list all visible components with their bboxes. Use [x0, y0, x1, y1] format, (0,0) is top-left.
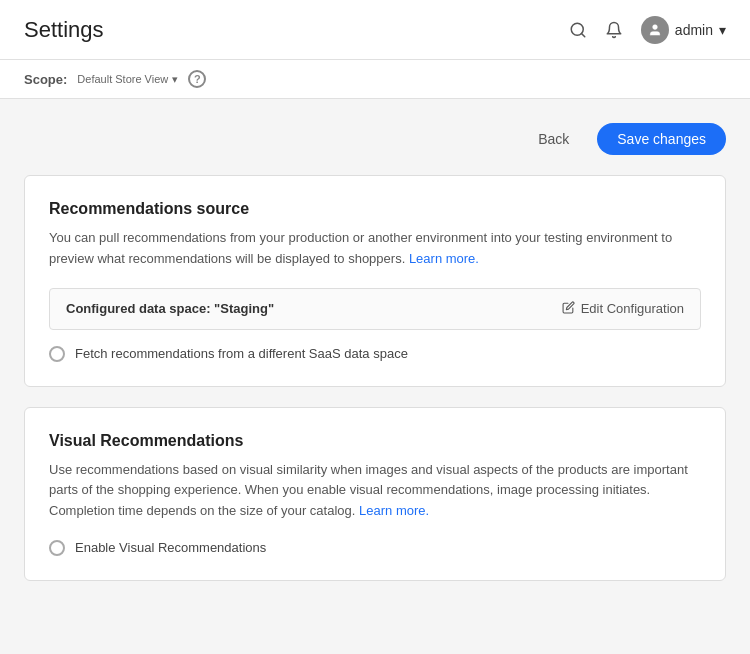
fetch-radio-row[interactable]: Fetch recommendations from a different S…	[49, 346, 701, 362]
enable-visual-radio-button[interactable]	[49, 540, 65, 556]
top-nav: Settings admin ▾	[0, 0, 750, 60]
scope-value: Default Store View	[77, 73, 168, 85]
user-menu[interactable]: admin ▾	[641, 16, 726, 44]
nav-actions: admin ▾	[569, 16, 726, 44]
back-button[interactable]: Back	[526, 125, 581, 153]
scope-bar: Scope: Default Store View ▾ ?	[0, 60, 750, 99]
recommendations-learn-more-link[interactable]: Learn more.	[409, 251, 479, 266]
avatar	[641, 16, 669, 44]
scope-chevron-icon: ▾	[172, 73, 178, 86]
user-chevron-icon: ▾	[719, 22, 726, 38]
user-label: admin	[675, 22, 713, 38]
action-row: Back Save changes	[24, 123, 726, 155]
search-icon[interactable]	[569, 21, 587, 39]
edit-configuration-label: Edit Configuration	[581, 301, 684, 316]
help-icon[interactable]: ?	[188, 70, 206, 88]
save-button[interactable]: Save changes	[597, 123, 726, 155]
pencil-icon	[562, 301, 575, 317]
svg-line-1	[581, 33, 584, 36]
visual-card-description: Use recommendations based on visual simi…	[49, 460, 701, 522]
bell-icon[interactable]	[605, 21, 623, 39]
config-box: Configured data space: "Staging" Edit Co…	[49, 288, 701, 330]
page-title: Settings	[24, 17, 104, 43]
edit-configuration-button[interactable]: Edit Configuration	[562, 301, 684, 317]
fetch-radio-label: Fetch recommendations from a different S…	[75, 346, 408, 361]
scope-dropdown[interactable]: Default Store View ▾	[77, 73, 178, 86]
recommendations-card-description: You can pull recommendations from your p…	[49, 228, 701, 270]
scope-label: Scope:	[24, 72, 67, 87]
visual-learn-more-link[interactable]: Learn more.	[359, 503, 429, 518]
enable-visual-radio-label: Enable Visual Recommendations	[75, 540, 266, 555]
visual-card: Visual Recommendations Use recommendatio…	[24, 407, 726, 581]
visual-card-title: Visual Recommendations	[49, 432, 701, 450]
recommendations-card: Recommendations source You can pull reco…	[24, 175, 726, 387]
enable-visual-radio-row[interactable]: Enable Visual Recommendations	[49, 540, 701, 556]
fetch-radio-button[interactable]	[49, 346, 65, 362]
config-box-label: Configured data space: "Staging"	[66, 301, 274, 316]
recommendations-card-title: Recommendations source	[49, 200, 701, 218]
main-content: Back Save changes Recommendations source…	[0, 99, 750, 625]
svg-point-2	[653, 24, 658, 29]
